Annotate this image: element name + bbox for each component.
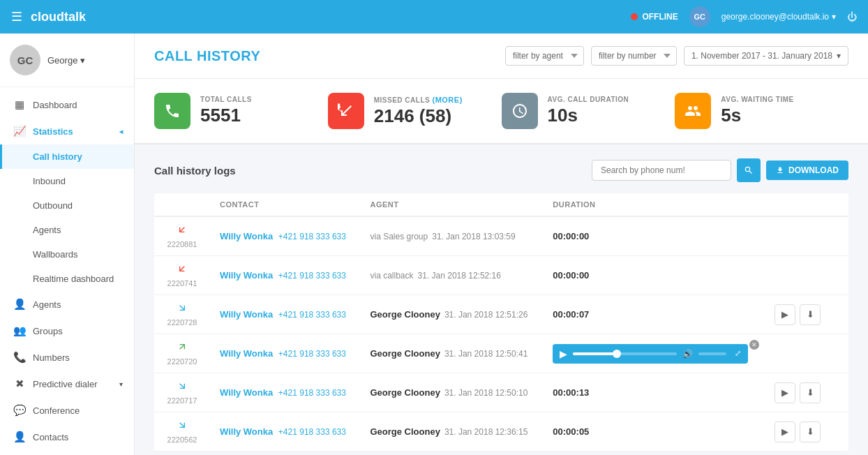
main-layout: GC George ▾ ▦ Dashboard 📈 Statistics ◂ C… [0,33,868,455]
sidebar-item-label: Contacts [33,432,68,442]
call-id: 2220881 [167,240,197,248]
action-buttons: ▶ ⬇ [775,382,839,403]
user-email-display[interactable]: george.clooney@cloudtalk.io ▾ [721,12,836,22]
sidebar-user: GC George ▾ [0,33,134,87]
call-id: 2220741 [167,279,197,288]
filter-agent-select[interactable]: filter by agent [505,46,584,66]
filter-number-select[interactable]: filter by number [591,46,677,66]
call-type-icon [176,263,188,276]
contact-phone[interactable]: +421 918 333 633 [278,388,346,398]
predictive-chevron: ▾ [119,380,123,388]
sidebar-item-agents[interactable]: 👤 Agents [0,291,134,318]
play-button[interactable]: ▶ [775,422,795,442]
contact-name[interactable]: Willy Wonka [220,309,273,320]
search-button[interactable] [737,158,761,182]
sidebar-item-realtime[interactable]: Realtime dashboard [0,267,134,291]
contact-name[interactable]: Willy Wonka [220,348,273,359]
contact-name[interactable]: Willy Wonka [220,387,273,398]
duration-value: 00:00:13 [553,387,589,398]
groups-icon: 👥 [13,325,26,337]
call-type-icon [176,380,188,394]
play-button[interactable]: ▶ [560,348,567,359]
sidebar-item-label: Realtime dashboard [33,274,114,284]
audio-track[interactable] [573,352,677,355]
download-button[interactable]: DOWNLOAD [766,161,848,180]
close-icon[interactable]: ✕ [749,340,759,350]
contact-phone[interactable]: +421 918 333 633 [278,427,346,437]
sidebar-item-wallboards[interactable]: Wallboards [0,242,134,267]
contact-phone[interactable]: +421 918 333 633 [278,349,346,359]
sidebar-item-numbers[interactable]: 📞 Numbers [0,344,134,371]
sidebar-item-agents-stat[interactable]: Agents [0,218,134,242]
audio-expand[interactable]: ⤢ [735,349,741,358]
nav-right: OFFLINE GC george.clooney@cloudtalk.io ▾… [631,6,857,27]
search-input[interactable] [592,160,731,181]
sidebar-item-label: Call history [33,151,82,162]
call-table: CONTACT AGENT DURATION 2220881 Willy Won… [154,193,848,452]
statistics-icon: 📈 [13,125,26,137]
statistics-chevron: ◂ [119,128,123,135]
agent-date: 31. Jan 2018 12:36:15 [444,427,527,437]
stat-avg-duration-text: AVG. CALL DURATION 10s [548,96,629,126]
play-button[interactable]: ▶ [775,304,795,325]
sidebar-item-label: Statistics [33,126,73,137]
volume-track[interactable] [698,352,726,355]
volume-icon[interactable]: 🔊 [682,349,693,359]
audio-knob[interactable] [613,350,621,358]
call-id: 2220562 [167,435,197,444]
contact-phone[interactable]: +421 918 333 633 [278,271,346,281]
avg-duration-icon [502,93,538,129]
table-row: 2220717 Willy Wonka +421 918 333 633 Geo… [154,373,848,412]
hamburger-menu[interactable]: ☰ [11,9,22,24]
sidebar-item-groups[interactable]: 👥 Groups [0,318,134,344]
date-range-label: 1. November 2017 - 31. January 2018 [691,51,832,61]
sidebar-item-label: Groups [33,326,63,336]
contact-phone[interactable]: +421 918 333 633 [278,310,346,320]
play-button[interactable]: ▶ [775,382,795,403]
sidebar-item-conference[interactable]: 💬 Conference [0,397,134,424]
sidebar-user-chevron: ▾ [80,55,85,66]
table-row: 2220720 Willy Wonka +421 918 333 633 Geo… [154,334,848,373]
table-row: 2220728 Willy Wonka +421 918 333 633 Geo… [154,295,848,334]
call-id: 2220717 [167,396,197,405]
sidebar-item-inbound[interactable]: Inbound [0,169,134,193]
sidebar-item-outbound[interactable]: Outbound [0,193,134,218]
conference-icon: 💬 [13,404,26,417]
total-calls-icon [154,93,190,129]
status-badge: OFFLINE [631,12,678,22]
download-label: DOWNLOAD [788,165,839,175]
sidebar-item-statistics[interactable]: 📈 Statistics ◂ [0,118,134,144]
sidebar-item-predictive[interactable]: ✖ Predictive dialer ▾ [0,371,134,397]
agent-date: 31. Jan 2018 13:03:59 [432,232,515,241]
duration-value: 00:00:07 [553,309,589,320]
contact-name[interactable]: Willy Wonka [220,426,273,437]
stat-missed-calls-text: MISSED CALLS (MORE) 2146 (58) [374,96,463,127]
audio-player: ▶ 🔊 ⤢ [553,344,748,364]
stat-avg-duration: AVG. CALL DURATION 10s [502,93,675,129]
download-call-button[interactable]: ⬇ [800,304,821,325]
contact-phone[interactable]: +421 918 333 633 [278,232,346,241]
contact-name[interactable]: Willy Wonka [220,231,273,241]
call-type-icon [176,302,188,315]
missed-more-link[interactable]: (MORE) [432,96,462,104]
sidebar-item-label: Predictive dialer [33,379,98,389]
sidebar-item-dashboard[interactable]: ▦ Dashboard [0,91,134,118]
logs-title: Call history logs [154,165,236,177]
table-row: 2220741 Willy Wonka +421 918 333 633 via… [154,256,848,295]
sidebar-item-call-history[interactable]: Call history [0,144,134,169]
contact-name[interactable]: Willy Wonka [220,270,273,281]
download-call-button[interactable]: ⬇ [800,382,821,403]
stat-total-calls-text: TOTAL CALLS 5551 [200,96,252,126]
sidebar-username[interactable]: George ▾ [47,55,85,66]
duration-value: 00:00:00 [553,231,589,241]
date-range-picker[interactable]: 1. November 2017 - 31. January 2018 ▾ [684,46,848,66]
agent-name: George Clooney [371,348,440,359]
download-call-button[interactable]: ⬇ [800,422,821,442]
power-icon[interactable]: ⏻ [847,11,857,22]
numbers-icon: 📞 [13,351,26,364]
user-avatar-small: GC [689,6,710,27]
sidebar-item-contacts[interactable]: 👤 Contacts [0,424,134,450]
duration-value: 00:00:05 [553,426,589,437]
col-contact: CONTACT [210,193,361,216]
col-duration: DURATION [543,193,765,216]
